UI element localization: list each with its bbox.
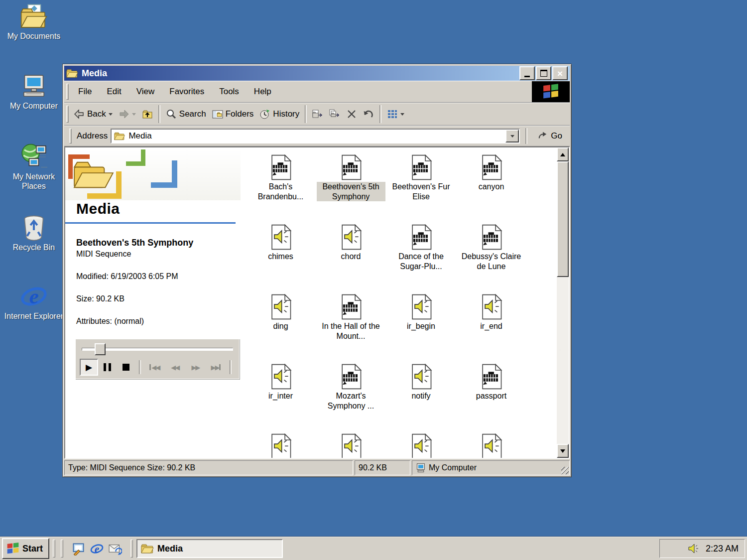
resize-grip[interactable] bbox=[561, 467, 569, 474]
taskbar-grip[interactable] bbox=[61, 540, 63, 558]
file-item[interactable]: chimes bbox=[246, 219, 316, 289]
midi-file-icon bbox=[479, 224, 504, 250]
up-button[interactable] bbox=[139, 107, 156, 121]
file-item-selected[interactable]: Beethoven's 5th Symphony bbox=[316, 149, 386, 219]
outlook-express-icon[interactable] bbox=[109, 542, 122, 556]
file-label: ir_end bbox=[479, 321, 503, 331]
file-item[interactable]: Bach's Brandenbu... bbox=[246, 149, 316, 219]
forward-button[interactable] bbox=[116, 107, 139, 121]
scroll-thumb[interactable] bbox=[557, 161, 569, 277]
scroll-down-button[interactable] bbox=[557, 444, 569, 458]
scroll-track[interactable] bbox=[557, 161, 569, 444]
file-item[interactable]: canyon bbox=[456, 149, 526, 219]
file-item[interactable]: passport bbox=[456, 359, 526, 428]
menu-view[interactable]: View bbox=[129, 85, 162, 98]
file-item[interactable]: ir_end bbox=[456, 289, 526, 359]
desktop-icon-my-network-places[interactable]: My Network Places bbox=[1, 143, 67, 191]
menu-help[interactable]: Help bbox=[247, 85, 279, 98]
menu-edit[interactable]: Edit bbox=[99, 85, 128, 98]
file-label: ir_begin bbox=[406, 321, 436, 331]
file-item[interactable]: Beethoven's Fur Elise bbox=[386, 149, 456, 219]
skip-end-button[interactable]: ▶▶ bbox=[206, 359, 226, 376]
menu-favorites[interactable]: Favorites bbox=[162, 85, 212, 98]
skip-start-button[interactable]: ◀◀ bbox=[144, 359, 165, 376]
file-label: Debussy's Claire de Lune bbox=[457, 252, 526, 271]
file-item[interactable]: ding bbox=[246, 289, 316, 359]
toolbar-grip[interactable] bbox=[69, 129, 72, 143]
move-to-button[interactable] bbox=[309, 107, 326, 121]
explorer-window: Media × File Edit View Favorites Tools H… bbox=[62, 64, 572, 477]
rewind-button[interactable]: ◀◀ bbox=[165, 359, 185, 376]
midi-file-icon bbox=[408, 154, 434, 180]
toolbar: Back Search Folders History bbox=[64, 103, 570, 126]
views-button[interactable] bbox=[384, 107, 407, 121]
maximize-button[interactable] bbox=[536, 66, 551, 80]
address-input[interactable]: Media bbox=[111, 129, 520, 143]
desktop-icon-my-documents[interactable]: My Documents bbox=[1, 3, 67, 41]
back-dropdown-icon[interactable] bbox=[109, 113, 113, 118]
file-item[interactable]: ir_begin bbox=[386, 289, 456, 359]
file-item[interactable]: Dance of the Sugar-Plu... bbox=[386, 219, 456, 289]
start-button[interactable]: Start bbox=[2, 538, 49, 559]
file-item[interactable] bbox=[246, 428, 316, 458]
menu-file[interactable]: File bbox=[71, 85, 99, 98]
menu-tools[interactable]: Tools bbox=[212, 85, 247, 98]
undo-button[interactable] bbox=[360, 107, 377, 121]
taskbar-grip[interactable] bbox=[130, 540, 133, 558]
volume-speaker-icon[interactable] bbox=[688, 543, 700, 555]
bar-icon bbox=[219, 364, 221, 370]
bar-icon bbox=[149, 364, 151, 370]
minimize-button[interactable] bbox=[519, 66, 535, 80]
desktop-icon-internet-explorer[interactable]: Internet Explorer bbox=[1, 283, 67, 321]
go-label: Go bbox=[551, 131, 562, 141]
show-desktop-icon[interactable] bbox=[72, 542, 85, 556]
file-item[interactable] bbox=[456, 428, 526, 458]
file-item[interactable]: chord bbox=[316, 219, 386, 289]
midi-file-icon bbox=[268, 154, 294, 180]
vertical-scrollbar[interactable] bbox=[557, 147, 569, 458]
close-button[interactable]: × bbox=[552, 66, 568, 80]
menu-bar: File Edit View Favorites Tools Help bbox=[64, 81, 570, 103]
status-bar: Type: MIDI Sequence Size: 90.2 KB 90.2 K… bbox=[64, 459, 570, 475]
delete-button[interactable] bbox=[343, 107, 360, 121]
file-label: Beethoven's Fur Elise bbox=[387, 182, 456, 201]
play-button[interactable]: ▶ bbox=[80, 359, 98, 376]
file-item[interactable]: notify bbox=[386, 359, 456, 428]
desktop-icon-my-computer[interactable]: My Computer bbox=[1, 73, 67, 111]
search-button[interactable]: Search bbox=[163, 107, 209, 121]
file-item[interactable]: Debussy's Claire de Lune bbox=[456, 219, 526, 289]
status-type: Type: MIDI Sequence Size: 90.2 KB bbox=[64, 460, 353, 475]
selection-title: Beethoven's 5th Symphony bbox=[76, 238, 241, 248]
toolbar-grip[interactable] bbox=[66, 84, 69, 100]
views-dropdown-icon[interactable] bbox=[400, 113, 404, 118]
seek-thumb[interactable] bbox=[95, 343, 106, 355]
scroll-up-button[interactable] bbox=[557, 147, 569, 161]
file-item[interactable]: Mozart's Symphony ... bbox=[316, 359, 386, 428]
big-folder-icon bbox=[72, 158, 115, 191]
fast-forward-button[interactable]: ▶▶ bbox=[185, 359, 206, 376]
history-button[interactable]: History bbox=[256, 107, 302, 121]
history-label: History bbox=[273, 109, 299, 119]
copy-to-button[interactable] bbox=[326, 107, 343, 121]
file-item[interactable]: ir_inter bbox=[246, 359, 316, 428]
pause-button[interactable] bbox=[98, 359, 117, 376]
back-button[interactable]: Back bbox=[71, 107, 116, 121]
file-item[interactable] bbox=[316, 428, 386, 458]
folders-button[interactable]: Folders bbox=[209, 107, 257, 121]
title-bar[interactable]: Media × bbox=[64, 66, 570, 81]
address-dropdown-button[interactable] bbox=[505, 130, 519, 142]
desktop-icon-recycle-bin[interactable]: Recycle Bin bbox=[1, 214, 67, 252]
wave-file-icon bbox=[268, 294, 294, 320]
stop-button[interactable] bbox=[117, 359, 135, 376]
file-item[interactable]: In the Hall of the Mount... bbox=[316, 289, 386, 359]
go-button[interactable]: Go bbox=[533, 131, 567, 141]
toolbar-grip[interactable] bbox=[66, 106, 69, 123]
taskbar-grip[interactable] bbox=[53, 540, 55, 558]
seek-slider[interactable] bbox=[82, 343, 233, 354]
file-item[interactable] bbox=[386, 428, 456, 458]
back-arrow-icon bbox=[74, 109, 85, 120]
banner-decoration bbox=[151, 160, 177, 188]
search-icon bbox=[166, 109, 177, 120]
internet-explorer-icon[interactable] bbox=[90, 542, 104, 556]
taskbar-media-button[interactable]: Media bbox=[136, 539, 283, 558]
